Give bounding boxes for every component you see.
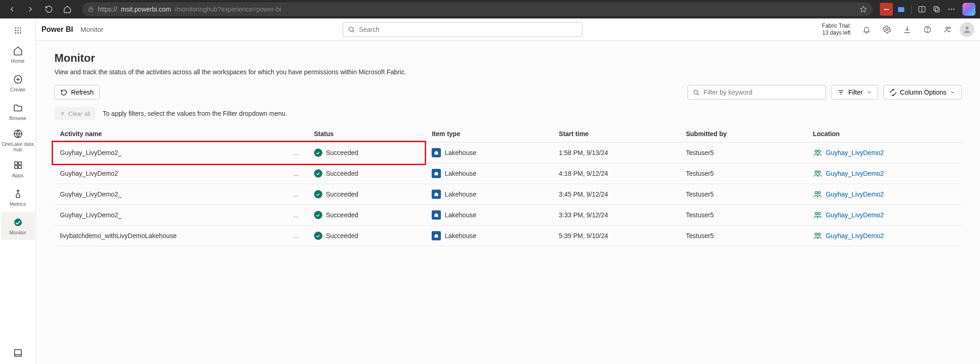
- rail-metrics[interactable]: Metrics: [1, 184, 35, 211]
- svg-point-11: [17, 27, 18, 29]
- table-row[interactable]: Guyhay_LivyDemo2_ … Succeeded Lakehouse …: [54, 184, 962, 205]
- filter-keyword[interactable]: [688, 85, 826, 100]
- trial-status[interactable]: Fabric Trial: 13 days left: [822, 23, 851, 36]
- refresh-button[interactable]: Refresh: [54, 85, 100, 100]
- start-time: 3:33 PM, 9/12/24: [553, 205, 680, 226]
- table-row[interactable]: Guyhay_LivyDemo2 … Succeeded Lakehouse 4…: [54, 163, 962, 184]
- section-label: Monitor: [80, 25, 103, 33]
- chevron-down-icon: [950, 90, 956, 95]
- rail-browse[interactable]: Browse: [1, 98, 35, 125]
- notifications-button[interactable]: [858, 21, 875, 38]
- svg-point-47: [818, 171, 820, 173]
- col-item-type[interactable]: Item type: [426, 125, 553, 143]
- submitted-by: Testuser5: [680, 163, 807, 184]
- status-success-icon: [314, 169, 322, 178]
- onelake-icon: [12, 128, 24, 139]
- status-text: Succeeded: [326, 232, 358, 239]
- svg-rect-6: [935, 8, 939, 12]
- location-cell[interactable]: Guyhay_LivyDemo2: [813, 210, 956, 220]
- svg-point-15: [19, 30, 21, 31]
- col-activity-name[interactable]: Activity name: [54, 125, 309, 143]
- browser-more-icon[interactable]: [945, 3, 958, 16]
- collections-icon[interactable]: [930, 3, 943, 16]
- monitor-icon: [12, 217, 24, 228]
- settings-button[interactable]: [879, 21, 895, 38]
- lock-icon: [88, 6, 94, 12]
- gear-icon: [883, 25, 891, 34]
- item-type-text: Lakehouse: [445, 170, 476, 177]
- location-cell[interactable]: Guyhay_LivyDemo2: [813, 169, 956, 178]
- search-icon: [693, 89, 700, 96]
- filter-keyword-input[interactable]: [703, 89, 821, 96]
- svg-point-8: [951, 9, 952, 10]
- rail-onelake[interactable]: OneLake data hub: [1, 126, 35, 154]
- submitted-by: Testuser5: [680, 184, 807, 205]
- svg-rect-2: [898, 7, 904, 12]
- table-row[interactable]: livybatchdemo_withLivyDemoLakehouse … Su…: [54, 226, 962, 246]
- activities-table: Activity name Status Item type Start tim…: [54, 125, 962, 246]
- location-text: Guyhay_LivyDemo2: [826, 211, 884, 219]
- status-cell: Succeeded: [314, 211, 421, 219]
- rail-apps-label: Apps: [12, 173, 24, 178]
- row-more-button[interactable]: …: [289, 211, 303, 219]
- activity-name: Guyhay_LivyDemo2_: [60, 149, 122, 156]
- svg-line-37: [698, 94, 699, 95]
- favorite-icon[interactable]: [860, 6, 867, 13]
- browser-right-actions: •••: [880, 3, 975, 16]
- location-cell[interactable]: Guyhay_LivyDemo2: [813, 231, 956, 240]
- location-text: Guyhay_LivyDemo2: [826, 170, 884, 177]
- rail-workspaces[interactable]: [1, 342, 35, 364]
- rail-monitor[interactable]: Monitor: [1, 212, 35, 240]
- svg-point-48: [815, 191, 817, 194]
- svg-point-52: [815, 233, 817, 235]
- workspace-icon: [813, 190, 822, 199]
- col-submitted-by[interactable]: Submitted by: [680, 125, 807, 143]
- column-options-button[interactable]: Column Options: [884, 85, 962, 100]
- col-status[interactable]: Status: [309, 125, 427, 143]
- start-time: 4:18 PM, 9/12/24: [553, 163, 680, 184]
- location-cell[interactable]: Guyhay_LivyDemo2: [813, 148, 956, 157]
- row-more-button[interactable]: …: [289, 170, 303, 177]
- col-location[interactable]: Location: [808, 125, 962, 143]
- browser-back-button[interactable]: [5, 2, 19, 17]
- content-area: Monitor View and track the status of the…: [36, 41, 980, 364]
- global-search-input[interactable]: [359, 26, 577, 33]
- activity-name: livybatchdemo_withLivyDemoLakehouse: [60, 232, 177, 239]
- browser-refresh-button[interactable]: [42, 2, 56, 17]
- row-more-button[interactable]: …: [289, 232, 303, 239]
- brand-label[interactable]: Power BI: [42, 25, 73, 34]
- extension-icon-1[interactable]: •••: [880, 3, 893, 16]
- col-start-time[interactable]: Start time: [553, 125, 680, 143]
- copilot-button[interactable]: [962, 3, 975, 16]
- split-screen-icon[interactable]: [915, 3, 928, 16]
- rail-home[interactable]: Home: [1, 41, 35, 68]
- table-row[interactable]: Guyhay_LivyDemo2_ … Succeeded Lakehouse …: [54, 143, 962, 163]
- svg-point-45: [818, 150, 820, 152]
- filter-button[interactable]: Filter: [832, 85, 878, 100]
- svg-rect-0: [89, 9, 93, 12]
- clear-all-label: Clear all: [68, 110, 90, 117]
- extension-icon-2[interactable]: [895, 3, 908, 16]
- filter-hint: To apply filters, select the values from…: [103, 110, 287, 117]
- svg-line-29: [353, 31, 354, 32]
- table-row[interactable]: Guyhay_LivyDemo2_ … Succeeded Lakehouse …: [54, 205, 962, 226]
- global-search[interactable]: [343, 22, 582, 37]
- svg-point-10: [15, 27, 16, 29]
- browser-forward-button[interactable]: [23, 2, 38, 17]
- app-launcher-button[interactable]: [9, 21, 27, 40]
- address-bar[interactable]: https://msit.powerbi.com/monitoringhub?e…: [82, 2, 873, 16]
- browser-home-button[interactable]: [60, 2, 75, 17]
- location-cell[interactable]: Guyhay_LivyDemo2: [813, 190, 956, 199]
- feedback-button[interactable]: [939, 21, 956, 38]
- rail-apps[interactable]: Apps: [1, 155, 35, 183]
- help-button[interactable]: [919, 21, 936, 38]
- top-bar: Power BI Monitor Fabric Trial: 13 days l…: [36, 18, 980, 41]
- download-button[interactable]: [899, 21, 915, 38]
- row-more-button[interactable]: …: [289, 191, 303, 198]
- svg-point-46: [815, 171, 817, 173]
- rail-create[interactable]: Create: [1, 69, 35, 97]
- clear-all-button[interactable]: Clear all: [54, 107, 95, 120]
- trial-line2: 13 days left: [822, 30, 851, 36]
- account-avatar[interactable]: [960, 22, 974, 37]
- row-more-button[interactable]: …: [289, 149, 303, 156]
